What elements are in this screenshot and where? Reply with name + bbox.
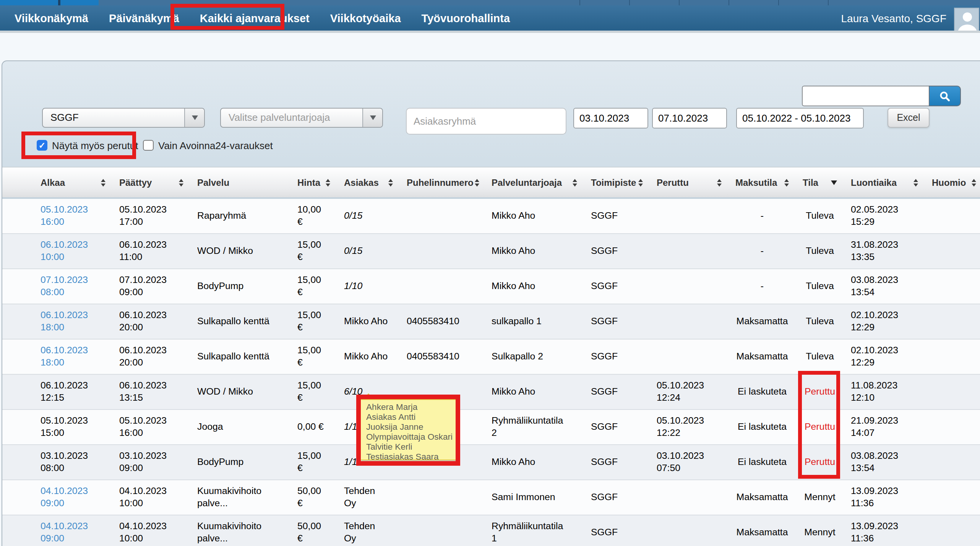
organization-select-value: SGGF xyxy=(43,109,204,127)
cell-tila: Peruttu xyxy=(795,410,843,445)
cell-alkaa: 07.10.2023 08:00 xyxy=(2,269,112,304)
booking-start-link[interactable]: 05.10.2023 16:00 xyxy=(41,204,88,227)
cell-hinta: 0,00 € xyxy=(290,410,336,445)
col-header-puhelinnumero[interactable]: Puhelinnumero xyxy=(399,167,484,198)
cell-peruttu: 05.10.2023 12:24 xyxy=(649,374,728,410)
sort-icon xyxy=(913,179,918,186)
cell-maksutila: Maksamatta xyxy=(728,515,795,546)
cell-peruttu xyxy=(649,269,728,304)
cell-toimipiste: SGGF xyxy=(583,269,649,304)
cell-toimipiste: SGGF xyxy=(583,480,649,515)
cell-tila: Tuleva xyxy=(795,198,843,234)
booking-start-link[interactable]: 04.10.2023 09:00 xyxy=(41,521,88,543)
nav-tab-paivanakyma[interactable]: Päivänäkymä xyxy=(109,12,179,24)
cell-toimipiste: SGGF xyxy=(583,304,649,339)
cell-huomio xyxy=(924,410,980,445)
customer-group-input[interactable] xyxy=(406,108,566,135)
main-nav: ViikkonäkymäPäivänäkymäKaikki ajanvarauk… xyxy=(0,5,980,31)
avoinna24-only-label[interactable]: Vain Avoinna24-varaukset xyxy=(158,140,273,151)
col-header-luontiaika[interactable]: Luontiaika xyxy=(843,167,924,198)
col-header-huomio[interactable]: Huomio xyxy=(924,167,980,198)
organization-select[interactable]: SGGF xyxy=(42,108,205,128)
date-from-input[interactable] xyxy=(573,108,648,128)
cell-palveluntarjoaja: Mikko Aho xyxy=(484,234,583,269)
booking-start-text: 03.10.2023 08:00 xyxy=(41,450,88,473)
top-strip-segment xyxy=(60,0,99,5)
attendee-name: Testiasiakas Saara xyxy=(366,452,456,460)
cell-palveluntarjoaja: Mikko Aho xyxy=(484,445,583,480)
sort-icon xyxy=(101,179,105,186)
sort-icon xyxy=(179,179,183,186)
col-header-asiakas[interactable]: Asiakas xyxy=(336,167,399,198)
col-header-palveluntarjoaja[interactable]: Palveluntarjoaja xyxy=(484,167,583,198)
avoinna24-only-checkbox[interactable] xyxy=(143,140,154,151)
cell-toimipiste: SGGF xyxy=(583,515,649,546)
date-to-input[interactable] xyxy=(652,108,727,128)
cell-hinta: 10,00 € xyxy=(290,198,336,234)
cell-luontiaika: 13.09.2023 11:36 xyxy=(843,515,924,546)
attendees-tooltip: Ahkera MarjaAsiakas AnttiJuoksija JanneO… xyxy=(360,399,456,460)
show-cancelled-label[interactable]: Näytä myös perutut xyxy=(52,140,138,151)
cell-palvelu: BodyPump xyxy=(190,269,290,304)
table-row: 06.10.2023 18:0006.10.2023 20:00Sulkapal… xyxy=(2,304,980,339)
booking-start-link[interactable]: 06.10.2023 10:00 xyxy=(41,239,88,262)
cell-toimipiste: SGGF xyxy=(583,339,649,374)
table-row: 05.10.2023 16:0005.10.2023 17:00Raparyhm… xyxy=(2,198,980,234)
cell-palveluntarjoaja: Ryhmäliikuntatila 1 xyxy=(484,515,583,546)
cell-alkaa: 04.10.2023 09:00 xyxy=(2,480,112,515)
cell-huomio xyxy=(924,515,980,546)
cell-hinta: 50,00 € xyxy=(290,515,336,546)
excel-export-button[interactable]: Excel xyxy=(888,108,930,128)
cell-paattyy: 06.10.2023 20:00 xyxy=(112,304,190,339)
cell-luontiaika: 21.09.2023 14:07 xyxy=(843,410,924,445)
nav-tab-tyovuorohallinta[interactable]: Työvuorohallinta xyxy=(422,12,510,24)
attendee-name: Ahkera Marja xyxy=(366,402,456,412)
cell-palveluntarjoaja: Ryhmäliikuntatila 2 xyxy=(484,410,583,445)
sort-icon xyxy=(784,179,789,186)
avatar[interactable] xyxy=(954,8,979,33)
col-label-asiakas: Asiakas xyxy=(344,177,379,188)
nav-tab-kaikki-ajanvaraukset[interactable]: Kaikki ajanvaraukset xyxy=(200,12,310,24)
cell-palvelu: WOD / Mikko xyxy=(190,234,290,269)
search-input[interactable] xyxy=(802,86,929,106)
col-header-paattyy[interactable]: Päättyy xyxy=(112,167,190,198)
col-header-peruttu[interactable]: Peruttu xyxy=(649,167,728,198)
date-range-input[interactable] xyxy=(736,108,864,128)
booking-start-link[interactable]: 04.10.2023 09:00 xyxy=(41,486,88,508)
col-header-toimipiste[interactable]: Toimipiste xyxy=(583,167,649,198)
provider-select[interactable]: Valitse palveluntarjoaja xyxy=(220,108,383,128)
col-header-alkaa[interactable]: Alkaa xyxy=(2,167,112,198)
top-strip-tick xyxy=(828,0,829,5)
bookings-table-wrap: AlkaaPäättyyPalveluHintaAsiakasPuhelinnu… xyxy=(2,167,980,546)
booking-start-link[interactable]: 07.10.2023 08:00 xyxy=(41,275,88,297)
table-header-row: AlkaaPäättyyPalveluHintaAsiakasPuhelinnu… xyxy=(2,167,980,198)
cell-tila: Peruttu xyxy=(795,445,843,480)
col-label-toimipiste: Toimipiste xyxy=(591,177,636,188)
cell-paattyy: 03.10.2023 09:00 xyxy=(112,445,190,480)
nav-tab-viikkotyoaika[interactable]: Viikkotyöaika xyxy=(330,12,401,24)
provider-select-placeholder: Valitse palveluntarjoaja xyxy=(221,109,382,127)
cell-peruttu: 03.10.2023 07:50 xyxy=(649,445,728,480)
nav-tab-viikkonakyma[interactable]: Viikkonäkymä xyxy=(15,12,88,24)
cell-huomio xyxy=(924,480,980,515)
cell-maksutila: - xyxy=(728,269,795,304)
cell-palvelu: Sulkapallo kenttä xyxy=(190,304,290,339)
cell-palveluntarjoaja: Sami Immonen xyxy=(484,480,583,515)
col-header-tila[interactable]: Tila xyxy=(795,167,843,198)
cell-alkaa: 06.10.2023 12:15 xyxy=(2,374,112,410)
search-button[interactable] xyxy=(929,86,961,106)
bookings-table: AlkaaPäättyyPalveluHintaAsiakasPuhelinnu… xyxy=(2,167,980,546)
booking-start-link[interactable]: 06.10.2023 18:00 xyxy=(41,310,88,332)
cell-alkaa: 06.10.2023 18:00 xyxy=(2,339,112,374)
col-label-palveluntarjoaja: Palveluntarjoaja xyxy=(492,177,562,188)
col-label-maksutila: Maksutila xyxy=(735,177,777,188)
col-header-maksutila[interactable]: Maksutila xyxy=(728,167,795,198)
cell-toimipiste: SGGF xyxy=(583,410,649,445)
show-cancelled-checkbox[interactable]: ✓ xyxy=(37,140,47,151)
cell-luontiaika: 02.10.2023 12:29 xyxy=(843,339,924,374)
browser-top-strip xyxy=(0,0,980,5)
col-header-hinta[interactable]: Hinta xyxy=(290,167,336,198)
booking-start-link[interactable]: 06.10.2023 18:00 xyxy=(41,345,88,367)
sort-icon xyxy=(326,179,330,186)
table-row: 04.10.2023 09:0004.10.2023 10:00Kuumakiv… xyxy=(2,480,980,515)
